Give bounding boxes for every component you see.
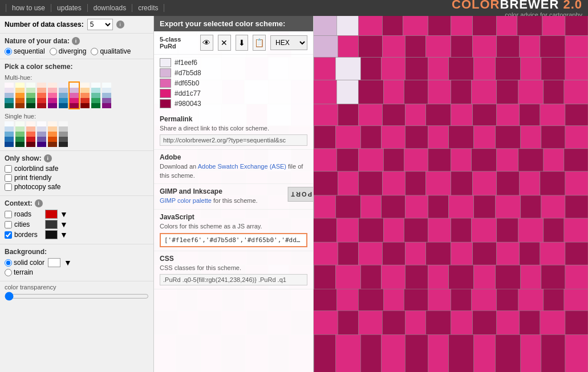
gimp-link[interactable]: GIMP color palette [160, 197, 212, 204]
cb-photocopy[interactable]: photocopy safe [5, 183, 149, 191]
radio-sequential[interactable]: sequential [5, 47, 45, 55]
palette-col-3[interactable] [37, 121, 46, 147]
data-classes-info[interactable]: i [116, 21, 124, 28]
palette-col-2[interactable] [26, 121, 35, 147]
context-borders-color[interactable] [45, 230, 58, 239]
svg-rect-13 [428, 16, 451, 36]
palette-col-2[interactable] [26, 83, 35, 108]
palette-cell [70, 83, 79, 88]
palette-cell [59, 93, 68, 98]
svg-rect-171 [541, 195, 565, 218]
context-roads-row: roads ▼ [5, 210, 149, 219]
svg-rect-187 [472, 218, 497, 242]
svg-rect-33 [451, 36, 473, 58]
export-download-btn[interactable]: ⬇ [236, 35, 249, 51]
permalink-url[interactable]: http://colorbrewer2.org/?type=sequential… [160, 134, 307, 146]
palette-col-1[interactable] [15, 83, 25, 108]
palette-cell [15, 93, 25, 98]
palette-col-9[interactable] [102, 83, 111, 108]
palette-cell [48, 142, 57, 147]
export-copy-btn[interactable]: 📋 [253, 35, 266, 51]
svg-rect-95 [565, 104, 588, 126]
palette-col-6[interactable] [70, 83, 79, 108]
brand-version: 2.0 [559, 0, 582, 11]
palette-cell [70, 103, 79, 108]
context-roads-cb[interactable] [5, 211, 12, 218]
palette-col-0[interactable] [5, 121, 14, 147]
export-swatch-0 [160, 58, 171, 67]
nav-how-to-use[interactable]: how to use [6, 4, 51, 12]
bg-chevron[interactable]: ▼ [64, 258, 72, 267]
export-swatch-4 [160, 99, 171, 108]
export-swatch-3 [160, 89, 171, 98]
palette-cell [5, 93, 14, 98]
nav-updates[interactable]: updates [51, 4, 88, 12]
svg-rect-144 [358, 171, 382, 195]
svg-rect-74 [518, 80, 544, 104]
palette-col-4[interactable] [48, 121, 57, 147]
palette-cell [15, 98, 25, 103]
radio-solid[interactable]: solid color [5, 259, 44, 267]
radio-terrain[interactable]: terrain [5, 268, 33, 276]
palette-col-4[interactable] [48, 83, 57, 108]
css-val[interactable]: .PuRd .q0-5{fill:rgb(241,238,246)} .PuRd… [160, 274, 307, 285]
context-cities-cb[interactable] [5, 221, 12, 228]
data-classes-select[interactable]: 3 4 5 6 7 8 9 [87, 19, 113, 30]
radio-diverging[interactable]: diverging [50, 47, 87, 55]
export-vertical-label[interactable]: EXPORT [287, 187, 314, 202]
palette-cell [5, 126, 14, 132]
export-color-val-0: #f1eef6 [175, 59, 197, 67]
export-eye-btn[interactable]: 👁 [200, 35, 213, 51]
bg-color-swatch[interactable] [48, 258, 60, 267]
palette-col-0[interactable] [5, 83, 14, 108]
format-select[interactable]: HEX RGB CMYK [270, 35, 307, 50]
svg-rect-76 [564, 80, 588, 104]
export-close-btn[interactable]: ✕ [218, 35, 231, 51]
context-cities-chevron[interactable]: ▼ [60, 220, 68, 229]
nature-info[interactable]: i [72, 37, 80, 45]
context-roads-chevron[interactable]: ▼ [60, 210, 68, 219]
cb-print[interactable]: print friendly [5, 174, 149, 182]
nav-credits[interactable]: credits [132, 4, 164, 12]
svg-rect-69 [404, 80, 428, 104]
palette-col-5[interactable] [59, 83, 68, 108]
context-roads-color[interactable] [45, 210, 58, 219]
radio-qualitative[interactable]: qualitative [91, 47, 131, 55]
svg-rect-239 [336, 289, 358, 310]
adobe-link[interactable]: Adobe Swatch Exchange (ASE) [198, 163, 286, 170]
svg-rect-199 [313, 242, 338, 265]
svg-rect-89 [426, 104, 451, 126]
cb-colorblind[interactable]: colorblind safe [5, 165, 149, 173]
palette-cell [26, 121, 35, 126]
scheme-name: 5-class PuRd [160, 36, 191, 50]
svg-rect-277 [335, 334, 360, 372]
palette-col-1[interactable] [15, 121, 25, 147]
palette-cell [37, 98, 46, 103]
svg-rect-267 [540, 310, 565, 334]
palette-col-5[interactable] [59, 121, 68, 147]
context-info[interactable]: i [35, 199, 43, 207]
context-borders-chevron[interactable]: ▼ [60, 230, 68, 239]
palette-col-3[interactable] [37, 83, 46, 108]
nav-downloads[interactable]: downloads [88, 4, 132, 12]
palette-col-8[interactable] [91, 83, 100, 108]
palette-cell [15, 126, 25, 132]
export-colors: #f1eef6 #d7b5d8 #df65b0 #dd1c77 #980043 [154, 55, 313, 112]
only-show-info[interactable]: i [44, 154, 52, 162]
transparency-slider[interactable] [5, 292, 149, 301]
svg-rect-124 [336, 149, 358, 171]
js-array-box[interactable]: ['#f1eef6','#d7b5d8','#df65b0','#dd1c77'… [160, 233, 307, 247]
svg-rect-165 [405, 195, 428, 218]
palette-cell [15, 142, 25, 147]
context-cities-color[interactable] [45, 220, 58, 229]
svg-rect-259 [358, 310, 382, 334]
svg-rect-220 [360, 265, 381, 289]
svg-rect-205 [451, 242, 473, 265]
context-borders-cb[interactable] [5, 231, 12, 239]
palette-col-7[interactable] [80, 83, 90, 108]
svg-rect-94 [540, 104, 565, 126]
palette-cell [37, 126, 46, 132]
svg-rect-109 [449, 126, 474, 149]
palette-cell [48, 98, 57, 103]
palette-cell [26, 88, 35, 93]
